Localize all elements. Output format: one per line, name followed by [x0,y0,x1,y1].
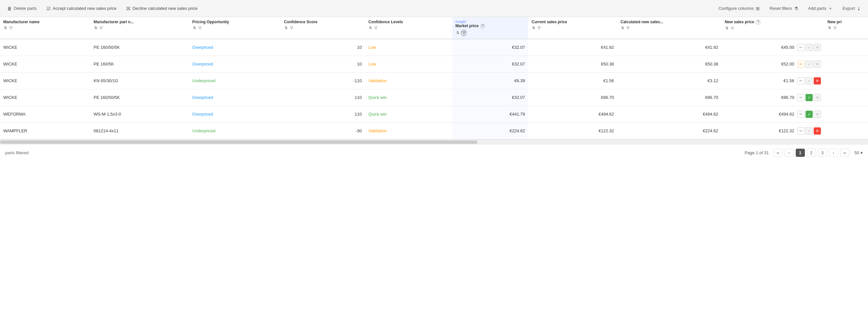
cell-calculated-new-sales: €50.38 [617,56,721,72]
filter-new-sales-price[interactable]: ▽ [730,26,734,31]
filter-manufacturer-part[interactable]: ▽ [99,26,103,30]
edit-price-icon[interactable]: ✏ [797,128,805,135]
page-first-button[interactable]: « [773,149,783,157]
cell-confidence-score: -30 [281,122,365,139]
cell-new-sales-price: €1.56 ✏ ✓ ✕ [721,72,824,89]
decline-price-icon[interactable]: ✕ [814,128,821,135]
cell-new-pri [824,122,868,139]
sort-market-price[interactable]: ⇅ [456,30,460,35]
table-row: WICKE PE 160/50/5K Overpriced 10 Low €32… [0,39,868,56]
cell-calculated-new-sales: €3.12 [617,72,721,89]
accept-price-icon[interactable]: ✓ [806,77,813,84]
plus-icon: ＋ [828,5,833,11]
add-parts-button[interactable]: Add parts ＋ [806,4,835,13]
configure-columns-button[interactable]: Configure columns ⊞ [717,5,762,12]
cell-manufacturer-name: WICKE [0,89,90,106]
filter-calculated-new-sales[interactable]: ▽ [626,26,630,30]
page-3-button[interactable]: 3 [818,149,827,157]
cell-pricing-opportunity: Overpriced [189,106,281,122]
filter-market-price[interactable]: ▽ [461,30,466,36]
sort-confidence-score[interactable]: ⇅ [284,26,288,30]
cell-current-sales-price: €1.56 [528,72,617,89]
cell-confidence-levels: Quick win [365,89,452,106]
cell-market-price: €6.39 [452,72,529,89]
sort-new-sales-price[interactable]: ⇅ [725,26,729,31]
market-price-help-icon[interactable]: ? [480,24,485,28]
decline-price-icon[interactable]: ✕ [814,61,821,68]
scrollbar-thumb[interactable] [0,140,477,144]
new-sales-price-help-icon[interactable]: ? [756,20,761,25]
filter-manufacturer-name[interactable]: ▽ [9,26,13,30]
pagination: Page 1 of 31 « ‹ 1 2 3 › » 50 ▾ [745,149,863,157]
table-row: WICKE PE 160/5K Overpriced 10 Low €32.07… [0,56,868,72]
accept-price-icon[interactable]: ✓ [806,111,813,118]
check-box-icon: ☑ [46,6,51,11]
page-size-selector[interactable]: 50 ▾ [855,150,863,155]
decline-price-icon[interactable]: ✕ [814,77,821,84]
delete-parts-button[interactable]: 🗑 Delete parts [5,5,39,12]
sort-manufacturer-part[interactable]: ⇅ [94,26,98,30]
decline-price-icon[interactable]: ✕ [814,111,821,118]
col-new-pri: New pri ⇅ ▽ [824,17,868,39]
cell-confidence-score: 110 [281,106,365,122]
page-last-button[interactable]: » [840,149,849,157]
sort-pricing-opportunity[interactable]: ⇅ [192,26,196,30]
cell-manufacturer-part: 081214-4x11 [90,122,189,139]
accept-calculated-price-button[interactable]: ☑ Accept calculated new sales price [44,5,118,12]
cell-manufacturer-part: PE 160/50/5K [90,89,189,106]
page-1-button[interactable]: 1 [796,149,805,157]
page-2-button[interactable]: 2 [807,149,816,157]
filter-confidence-levels[interactable]: ▽ [374,26,378,30]
toolbar-left: 🗑 Delete parts ☑ Accept calculated new s… [5,5,710,12]
edit-price-icon[interactable]: ✏ [797,61,805,68]
toolbar: 🗑 Delete parts ☑ Accept calculated new s… [0,0,868,17]
page-prev-button[interactable]: ‹ [784,149,794,157]
edit-price-icon[interactable]: ✏ [797,44,805,51]
accept-price-icon[interactable]: ✓ [806,44,813,51]
cell-new-pri [824,56,868,72]
edit-price-icon[interactable]: ✏ [797,94,805,101]
table-row: WAMPFLER 081214-4x11 Underpriced -30 Val… [0,122,868,139]
cell-market-price: €224.62 [452,122,529,139]
decline-price-icon[interactable]: ✕ [814,94,821,101]
col-pricing-opportunity: Pricing Opportunity ⇅ ▽ [189,17,281,39]
sort-current-sales-price[interactable]: ⇅ [531,26,536,30]
cell-confidence-levels: Validation [365,72,452,89]
cell-pricing-opportunity: Overpriced [189,89,281,106]
table-container: Manufacturer name ⇅ ▽ Manufacturer part … [0,17,868,139]
filter-current-sales-price[interactable]: ▽ [537,26,541,30]
sort-calculated-new-sales[interactable]: ⇅ [620,26,625,30]
cell-market-price: €32.07 [452,56,529,72]
edit-price-icon[interactable]: ✏ [797,77,805,84]
filter-confidence-score[interactable]: ▽ [289,26,293,30]
accept-price-icon[interactable]: ✓ [806,128,813,135]
sort-manufacturer-name[interactable]: ⇅ [3,26,7,30]
cell-current-sales-price: €86.70 [528,89,617,106]
cell-manufacturer-part: PE 160/50/5K [90,39,189,56]
cell-new-sales-price: €52.00 ✏ ✓ ✕ [721,56,824,72]
col-manufacturer-name: Manufacturer name ⇅ ▽ [0,17,90,39]
accept-price-icon[interactable]: ✓ [806,61,813,68]
cell-confidence-score: 10 [281,39,365,56]
cell-pricing-opportunity: Overpriced [189,39,281,56]
decline-price-icon[interactable]: ✕ [814,44,821,51]
cell-market-price: €32.07 [452,89,529,106]
sort-confidence-levels[interactable]: ⇅ [368,26,373,30]
export-button[interactable]: Export ⤓ [840,5,863,12]
accept-price-icon[interactable]: ✓ [806,94,813,101]
reset-filters-button[interactable]: Reset filters ⚗ [768,5,800,12]
cell-market-price: €32.07 [452,39,529,56]
decline-calculated-price-button[interactable]: ☒ Decline calculated new sales price [124,5,199,12]
cell-calculated-new-sales: €494.62 [617,106,721,122]
cell-manufacturer-part: WS-M-1,5x3-0 [90,106,189,122]
horizontal-scrollbar[interactable] [0,139,868,144]
page-next-button[interactable]: › [829,149,838,157]
cell-manufacturer-part: KN 65/30/1G [90,72,189,89]
cell-manufacturer-name: WICKE [0,56,90,72]
edit-price-icon[interactable]: ✏ [797,111,805,118]
filter-pricing-opportunity[interactable]: ▽ [198,26,202,30]
filter-new-pri[interactable]: ▽ [833,26,837,30]
col-market-price: Insight Market price ? ⇅ ▽ [452,17,529,39]
sort-new-pri[interactable]: ⇅ [828,26,832,30]
cell-calculated-new-sales: €41.92 [617,39,721,56]
